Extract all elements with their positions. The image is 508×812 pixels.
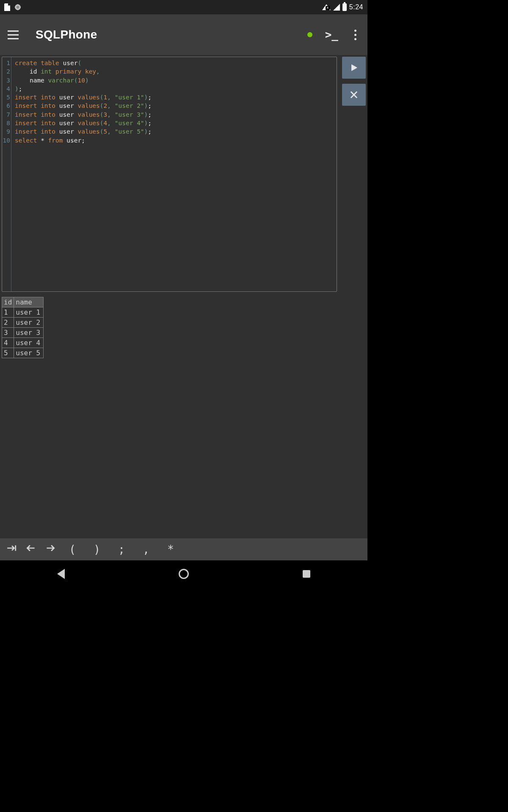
app-bar: SQLPhone >_ — [0, 14, 367, 55]
nav-recent-button[interactable] — [303, 570, 310, 578]
status-bar: 5:24 — [0, 0, 367, 14]
comma-key[interactable]: , — [138, 543, 154, 556]
close-button[interactable] — [342, 84, 366, 106]
clock: 5:24 — [349, 3, 363, 11]
more-options-button[interactable] — [351, 30, 360, 40]
sql-editor[interactable]: 12345678910 create table user( id int pr… — [2, 57, 337, 292]
arrow-right-key[interactable] — [45, 543, 56, 556]
run-button[interactable] — [342, 57, 366, 79]
connection-status-dot — [307, 32, 312, 37]
arrow-left-key[interactable] — [25, 543, 36, 556]
column-header: name — [14, 297, 44, 307]
rparen-key[interactable]: ) — [89, 543, 105, 556]
tab-key[interactable] — [6, 543, 17, 556]
column-header: id — [2, 297, 14, 307]
nav-home-button[interactable] — [179, 569, 189, 579]
code-area[interactable]: create table user( id int primary key, n… — [11, 57, 337, 291]
nav-back-button[interactable] — [57, 569, 65, 579]
menu-button[interactable] — [8, 30, 19, 39]
table-row: 1user 1 — [2, 307, 44, 318]
battery-icon — [342, 3, 347, 11]
wifi-icon — [322, 4, 331, 10]
lparen-key[interactable]: ( — [64, 543, 80, 556]
sdcard-icon — [4, 3, 10, 11]
symbol-toolbar: ( ) ; , * — [0, 538, 367, 560]
table-row: 3user 3 — [2, 328, 44, 338]
cell-signal-icon — [333, 4, 340, 11]
semicolon-key[interactable]: ; — [113, 543, 130, 556]
result-table: idname1user 12user 23user 34user 45user … — [2, 297, 44, 358]
app-title: SQLPhone — [36, 28, 97, 41]
result-panel: idname1user 12user 23user 34user 45user … — [2, 297, 366, 358]
asterisk-key[interactable]: * — [163, 543, 179, 556]
table-row: 4user 4 — [2, 338, 44, 348]
table-row: 5user 5 — [2, 348, 44, 358]
console-button[interactable]: >_ — [325, 28, 338, 41]
table-row: 2user 2 — [2, 318, 44, 328]
line-gutter: 12345678910 — [2, 57, 11, 291]
main-area: 12345678910 create table user( id int pr… — [0, 55, 367, 538]
sync-icon — [14, 4, 21, 11]
nav-bar — [0, 560, 367, 587]
